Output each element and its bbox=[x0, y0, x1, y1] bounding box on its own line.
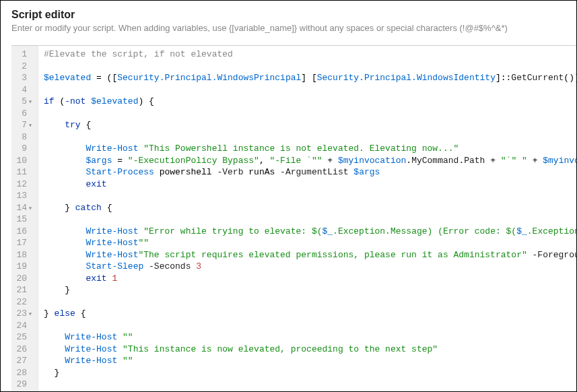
code-line[interactable] bbox=[44, 190, 576, 202]
code-content[interactable]: #Elevate the script, if not elevated $el… bbox=[38, 46, 576, 391]
editor-title: Script editor bbox=[11, 9, 566, 21]
code-line[interactable]: exit bbox=[44, 178, 576, 191]
code-line[interactable]: Write-Host "" bbox=[44, 355, 576, 367]
line-number: 9 bbox=[15, 143, 32, 155]
code-line[interactable]: $args = "-ExecutionPolicy Bypass", "-Fil… bbox=[44, 155, 576, 167]
line-number: 26 bbox=[15, 344, 32, 356]
fold-toggle-icon[interactable]: ▾ bbox=[27, 203, 32, 215]
code-line[interactable]: Start-Sleep -Seconds 3 bbox=[44, 261, 576, 273]
code-line[interactable]: Write-Host "Error while trying to elevat… bbox=[44, 226, 576, 238]
line-number: 2 bbox=[15, 61, 32, 73]
line-number: 6 bbox=[15, 108, 32, 120]
line-number: 25 bbox=[15, 331, 32, 344]
code-line[interactable] bbox=[44, 131, 576, 143]
line-number: 7 ▾ bbox=[15, 119, 32, 131]
line-number: 21 bbox=[15, 284, 32, 296]
code-line[interactable] bbox=[44, 296, 576, 308]
line-number: 27 bbox=[15, 355, 32, 367]
fold-toggle-icon[interactable]: ▾ bbox=[27, 120, 32, 132]
code-line[interactable]: } bbox=[44, 284, 576, 296]
line-number: 28 bbox=[15, 367, 32, 379]
line-number: 3 bbox=[15, 72, 32, 84]
line-number: 12 bbox=[15, 178, 32, 191]
code-line[interactable]: exit 1 bbox=[44, 273, 576, 285]
code-line[interactable] bbox=[44, 320, 576, 332]
code-line[interactable]: Write-Host "" bbox=[44, 331, 576, 344]
line-gutter: 12345 ▾67 ▾891011121314 ▾151617181920212… bbox=[11, 46, 38, 391]
line-number: 30 bbox=[15, 391, 32, 392]
code-line[interactable]: } catch { bbox=[44, 202, 576, 214]
script-editor-panel: Script editor Enter or modify your scrip… bbox=[0, 0, 577, 392]
code-line[interactable]: Write-Host "This Powershell instance is … bbox=[44, 143, 576, 155]
code-line[interactable]: $elevated = ([Security.Principal.Windows… bbox=[44, 72, 576, 84]
line-number: 14 ▾ bbox=[15, 202, 32, 214]
fold-toggle-icon[interactable]: ▾ bbox=[27, 96, 32, 108]
line-number: 4 bbox=[15, 84, 32, 96]
line-number: 1 bbox=[15, 48, 32, 61]
code-line[interactable]: } bbox=[44, 367, 576, 379]
fold-toggle-icon[interactable]: ▾ bbox=[27, 308, 32, 321]
code-line[interactable] bbox=[44, 108, 576, 120]
editor-header: Script editor Enter or modify your scrip… bbox=[1, 1, 576, 40]
line-number: 10 bbox=[15, 155, 32, 167]
code-line[interactable]: if (-not $elevated) { bbox=[44, 96, 576, 108]
line-number: 13 bbox=[15, 190, 32, 202]
line-number: 17 bbox=[15, 237, 32, 249]
line-number: 20 bbox=[15, 273, 32, 285]
code-editor[interactable]: 12345 ▾67 ▾891011121314 ▾151617181920212… bbox=[11, 45, 576, 391]
line-number: 24 bbox=[15, 320, 32, 332]
code-line[interactable] bbox=[44, 61, 576, 73]
code-line[interactable]: Write-Host "This instance is now elevate… bbox=[44, 344, 576, 356]
code-line[interactable]: Write-Host"The script requires elevated … bbox=[44, 249, 576, 261]
line-number: 23 ▾ bbox=[15, 308, 32, 320]
code-line[interactable]: Start-Process powershell -Verb runAs -Ar… bbox=[44, 166, 576, 178]
line-number: 16 bbox=[15, 226, 32, 238]
code-line[interactable]: Write-Host"" bbox=[44, 237, 576, 249]
editor-subtitle: Enter or modify your script. When adding… bbox=[11, 23, 566, 33]
line-number: 15 bbox=[15, 214, 32, 226]
code-area[interactable]: 12345 ▾67 ▾891011121314 ▾151617181920212… bbox=[11, 46, 576, 391]
code-line[interactable] bbox=[44, 84, 576, 96]
line-number: 19 bbox=[15, 261, 32, 273]
line-number: 22 bbox=[15, 296, 32, 308]
line-number: 11 bbox=[15, 166, 32, 178]
line-number: 8 bbox=[15, 131, 32, 143]
code-line[interactable]: try { bbox=[44, 119, 576, 131]
code-line[interactable]: } else { bbox=[44, 308, 576, 320]
code-line[interactable]: #Display OS version bbox=[44, 391, 576, 392]
line-number: 5 ▾ bbox=[15, 96, 32, 108]
code-line[interactable] bbox=[44, 214, 576, 226]
code-line[interactable] bbox=[44, 379, 576, 391]
code-line[interactable]: #Elevate the script, if not elevated bbox=[44, 48, 576, 61]
line-number: 29 bbox=[15, 379, 32, 391]
line-number: 18 bbox=[15, 249, 32, 261]
